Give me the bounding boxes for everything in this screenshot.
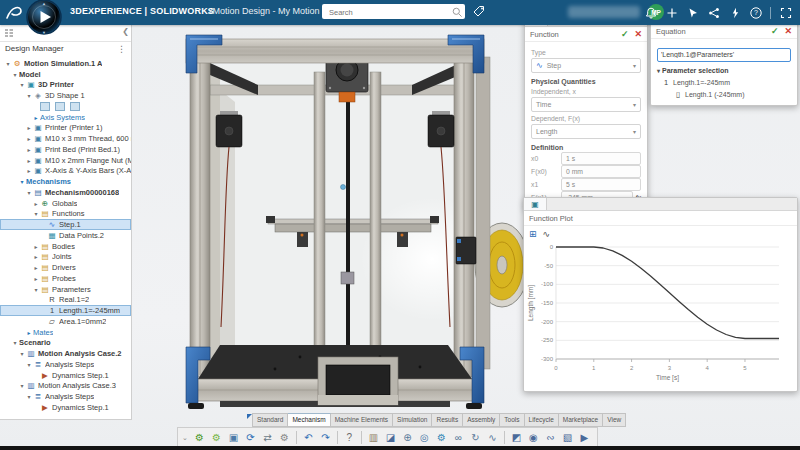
- tree-item-joints[interactable]: ▸▤Joints: [0, 252, 131, 263]
- close-icon[interactable]: ✕: [784, 26, 792, 36]
- tree-item-m10-x-2mm-flange-nut-m10-x-2mm[interactable]: ▸▣M10 x 2mm Flange Nut (M10 x 2mm ...: [0, 155, 131, 166]
- expand-closed-icon[interactable]: ▸: [32, 243, 40, 250]
- tree-item-analysis-steps[interactable]: ▾≣Analysis Steps: [0, 359, 131, 370]
- tree-item-3d-shape-1[interactable]: ▾◈3D Shape 1: [0, 90, 131, 101]
- gear-pair-icon[interactable]: ⚙: [433, 430, 450, 445]
- results-plot-icon[interactable]: ▧: [559, 430, 576, 445]
- options-icon[interactable]: ⚙: [276, 430, 293, 445]
- tab-tools[interactable]: Tools: [500, 413, 524, 427]
- tab-marketplace[interactable]: Marketplace: [559, 413, 603, 427]
- add-icon[interactable]: [663, 4, 680, 21]
- expand-open-icon[interactable]: ▾: [18, 81, 26, 88]
- fit-view-icon[interactable]: ⊞: [529, 229, 537, 239]
- ok-icon[interactable]: ✓: [771, 26, 779, 36]
- tree-item-motion-simulation-1-a[interactable]: ▾⚙Motion Simulation.1 A: [0, 58, 131, 69]
- compass-icon[interactable]: ▲ ▼: [25, 0, 63, 36]
- probe-icon[interactable]: ◉: [525, 430, 542, 445]
- tab-standard[interactable]: Standard: [252, 413, 288, 427]
- simulate-icon[interactable]: ▶: [576, 430, 593, 445]
- plane-xy-icon[interactable]: [40, 102, 50, 111]
- tree-item-scenario[interactable]: ▾Scenario: [0, 338, 131, 349]
- help-icon[interactable]: ?: [341, 430, 358, 445]
- expand-open-icon[interactable]: ▾: [4, 60, 12, 67]
- expand-open-icon[interactable]: ▾: [25, 361, 33, 368]
- plane-zx-icon[interactable]: [70, 102, 80, 111]
- tree-item-print-bed-print-bed-1[interactable]: ▸▣Print Bed (Print Bed.1): [0, 144, 131, 155]
- ok-icon[interactable]: ✓: [621, 29, 629, 39]
- refresh-icon[interactable]: ⟳: [242, 430, 259, 445]
- tree-view-icon[interactable]: [4, 25, 14, 42]
- tree-item-mechanisms[interactable]: ▾Mechanisms: [0, 176, 131, 187]
- definition-row-value[interactable]: 5 s: [561, 178, 641, 191]
- import-export-icon[interactable]: ⇄: [259, 430, 276, 445]
- tree-item-drivers[interactable]: ▸▤Drivers: [0, 262, 131, 273]
- expand-open-icon[interactable]: ▾: [32, 286, 40, 293]
- tree-item-real-1-2[interactable]: RReal.1=2: [0, 295, 131, 306]
- tree-item-analysis-steps[interactable]: ▾≣Analysis Steps: [0, 391, 131, 402]
- redo-icon[interactable]: ↷: [317, 430, 334, 445]
- help-icon[interactable]: ?: [747, 4, 764, 21]
- expand-closed-icon[interactable]: ▸: [25, 135, 33, 142]
- tree-item-functions[interactable]: ▾▤Functions: [0, 209, 131, 220]
- tree-item-planes[interactable]: [0, 101, 131, 112]
- new-mechanism-icon[interactable]: ▥: [365, 430, 382, 445]
- close-icon[interactable]: ✕: [634, 29, 642, 39]
- save-icon[interactable]: ▣: [225, 430, 242, 445]
- tree-item-mechanism00000168[interactable]: ▾▤Mechanism00000168: [0, 187, 131, 198]
- tree-item-dynamics-step-1[interactable]: ▶Dynamics Step.1: [0, 370, 131, 381]
- parameter-selection-header[interactable]: ▾Parameter selection: [657, 67, 791, 74]
- expand-open-icon[interactable]: ▾: [18, 178, 26, 185]
- trace-icon[interactable]: ∾: [542, 430, 559, 445]
- definition-row-value[interactable]: 1 s: [561, 152, 641, 165]
- kinematics-icon[interactable]: ⊕: [399, 430, 416, 445]
- expand-closed-icon[interactable]: ▸: [32, 200, 40, 207]
- expand-closed-icon[interactable]: ▸: [25, 329, 33, 336]
- joint-icon[interactable]: ◎: [416, 430, 433, 445]
- tree-item-probes[interactable]: ▸▤Probes: [0, 273, 131, 284]
- contact-icon[interactable]: ◩: [508, 430, 525, 445]
- coupler-icon[interactable]: ∞: [450, 430, 467, 445]
- parameter-item[interactable]: 1Length.1=-245mm: [657, 77, 791, 89]
- fullscreen-icon[interactable]: [777, 4, 794, 21]
- plot-tab-icon[interactable]: ▣: [524, 198, 547, 210]
- share-icon[interactable]: [705, 4, 722, 21]
- tree-item-axis-systems[interactable]: ▸Axis Systems: [0, 112, 131, 123]
- tree-item-dynamics-step-1[interactable]: ▶Dynamics Step.1: [0, 402, 131, 413]
- search-icon[interactable]: [451, 6, 463, 18]
- definition-row-value[interactable]: 0 mm: [561, 165, 641, 178]
- tree-item-area-1-0mm2[interactable]: ▱Area.1=0mm2: [0, 316, 131, 327]
- expand-closed-icon[interactable]: ▸: [25, 146, 33, 153]
- tree-item-parameters[interactable]: ▾▤Parameters: [0, 284, 131, 295]
- tree-item-length-1-245mm[interactable]: 1Length.1=-245mm: [0, 305, 131, 316]
- undo-icon[interactable]: ↶: [300, 430, 317, 445]
- expand-open-icon[interactable]: ▾: [25, 92, 33, 99]
- tree-item-bodies[interactable]: ▸▤Bodies: [0, 241, 131, 252]
- tree-item-motion-analysis-case-2[interactable]: ▾▥Motion Analysis Case.2: [0, 348, 131, 359]
- tree-item-motion-analysis-case-3[interactable]: ▾▥Motion Analysis Case.3: [0, 381, 131, 392]
- equation-input[interactable]: [657, 48, 791, 62]
- tree-item-mates[interactable]: ▸Mates: [0, 327, 131, 338]
- independent-select[interactable]: Time▾: [531, 97, 641, 112]
- expand-closed-icon[interactable]: ▸: [25, 157, 33, 164]
- expand-closed-icon[interactable]: ▸: [32, 275, 40, 282]
- tree-item-model[interactable]: ▾Model: [0, 69, 131, 80]
- plane-yz-icon[interactable]: [55, 102, 65, 111]
- update-icon[interactable]: ⚙: [191, 430, 208, 445]
- tree-item-x-axis-y-axis-bars-x-axis-y-axis[interactable]: ▸▣X-Axis & Y-Axis Bars (X-Axis & Y-Axis …: [0, 166, 131, 177]
- tree-item-m10-x-3-mm-thread-600-mm-long[interactable]: ▸▣M10 x 3 mm Thread, 600 mm Long, ...: [0, 133, 131, 144]
- tab-simulation[interactable]: Simulation: [393, 413, 432, 427]
- toolbar-collapse-icon[interactable]: ⌄: [182, 434, 188, 442]
- expand-open-icon[interactable]: ▾: [18, 350, 26, 357]
- expand-closed-icon[interactable]: ▸: [32, 253, 40, 260]
- tab-view[interactable]: View: [603, 413, 626, 427]
- tab-results[interactable]: Results: [432, 413, 463, 427]
- sidebar-menu-icon[interactable]: ⋮: [117, 44, 126, 54]
- plot-options-icon[interactable]: ∿: [543, 229, 551, 239]
- tag-icon[interactable]: [472, 4, 486, 18]
- expand-closed-icon[interactable]: ▸: [25, 167, 33, 174]
- expand-closed-icon[interactable]: ▸: [32, 114, 40, 121]
- expand-closed-icon[interactable]: ▸: [32, 264, 40, 271]
- tab-assembly[interactable]: Assembly: [463, 413, 500, 427]
- 3ds-logo-icon[interactable]: [4, 3, 24, 22]
- parameter-item[interactable]: ▯Length.1 (-245mm): [657, 89, 791, 101]
